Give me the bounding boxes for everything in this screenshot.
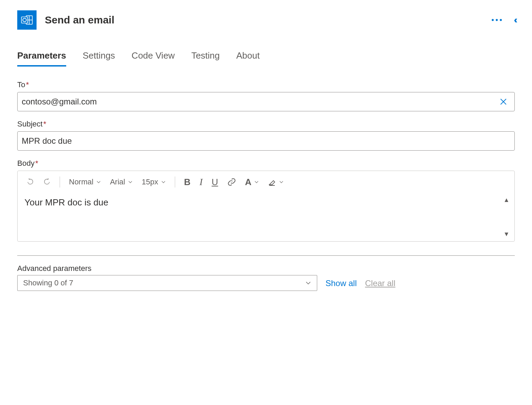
undo-button[interactable] [24, 177, 36, 187]
link-button[interactable] [225, 176, 238, 188]
editor-toolbar: Normal Arial 15px B I U A [18, 171, 514, 193]
bold-button[interactable]: B [182, 175, 193, 189]
chevron-down-icon [279, 180, 284, 184]
card-header: Send an email ••• ‹‹ [17, 7, 515, 40]
body-label: Body* [17, 159, 515, 168]
scroll-down-icon[interactable]: ▼ [501, 231, 512, 238]
advanced-parameters-row: Advanced parameters Showing 0 of 7 Show … [17, 264, 515, 291]
chevron-down-icon [305, 280, 311, 286]
tab-testing[interactable]: Testing [191, 50, 220, 67]
font-dropdown[interactable]: Arial [108, 176, 135, 188]
chevron-down-icon [254, 180, 259, 184]
chevron-down-icon [128, 180, 133, 184]
field-body: Body* Normal Arial 15px B [17, 159, 515, 242]
scroll-up-icon[interactable]: ▲ [501, 196, 512, 204]
tab-bar: Parameters Settings Code View Testing Ab… [17, 50, 515, 67]
tab-settings[interactable]: Settings [83, 50, 115, 67]
clear-to-button[interactable] [496, 98, 510, 106]
outlook-icon [17, 10, 37, 30]
chevron-down-icon [161, 180, 166, 184]
to-label: To* [17, 80, 515, 89]
field-to: To* [17, 80, 515, 111]
toolbar-divider [175, 176, 175, 188]
section-divider [17, 255, 515, 256]
more-options-button[interactable]: ••• [491, 16, 503, 24]
to-input[interactable] [22, 97, 496, 107]
italic-button[interactable]: I [197, 175, 204, 189]
show-all-button[interactable]: Show all [325, 279, 357, 291]
toolbar-divider [60, 176, 60, 188]
subject-label: Subject* [17, 120, 515, 129]
card-title: Send an email [45, 14, 491, 26]
font-color-button[interactable]: A [243, 175, 261, 189]
field-subject: Subject* [17, 120, 515, 151]
clear-all-button[interactable]: Clear all [365, 279, 395, 291]
tab-code-view[interactable]: Code View [132, 50, 175, 67]
chevron-down-icon [96, 180, 101, 184]
redo-button[interactable] [41, 177, 53, 187]
highlight-color-button[interactable] [266, 176, 286, 188]
advanced-parameters-dropdown[interactable]: Showing 0 of 7 [17, 275, 317, 291]
underline-button[interactable]: U [210, 175, 220, 189]
collapse-panel-button[interactable]: ‹‹ [514, 14, 515, 26]
size-dropdown[interactable]: 15px [140, 176, 168, 188]
tab-about[interactable]: About [236, 50, 260, 67]
tab-parameters[interactable]: Parameters [17, 50, 66, 67]
subject-input[interactable] [22, 136, 510, 146]
svg-rect-3 [21, 17, 28, 23]
style-dropdown[interactable]: Normal [67, 176, 103, 188]
advanced-parameters-label: Advanced parameters [17, 264, 317, 273]
editor-scrollbar[interactable]: ▲ ▼ [501, 196, 512, 238]
body-editor[interactable]: Your MPR doc is due ▲ ▼ [18, 193, 514, 241]
